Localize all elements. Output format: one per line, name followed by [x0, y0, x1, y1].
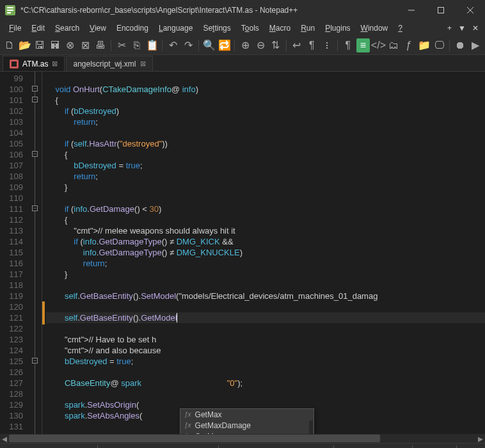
menu-run[interactable]: Run: [296, 22, 320, 34]
find-icon[interactable]: 🔍: [202, 38, 216, 52]
new-file-icon[interactable]: 🗋: [3, 38, 17, 52]
doc-map-icon[interactable]: ≡: [356, 38, 370, 52]
function-icon: ƒx: [184, 411, 191, 418]
autocomplete-popup[interactable]: ƒxGetMaxƒxGetMaxDamageƒxGetMemoryƒxGetMi…: [180, 408, 314, 434]
svg-rect-9: [12, 61, 17, 67]
close-file-icon[interactable]: ⊗: [63, 38, 77, 52]
svg-rect-3: [7, 12, 11, 13]
menu-help[interactable]: ?: [393, 22, 408, 34]
minimize-button[interactable]: [397, 0, 426, 20]
show-chars-icon[interactable]: ¶: [305, 38, 319, 52]
toolbar: 🗋 📂 🖫 🖬 ⊗ ⊠ 🖶 ✂ ⎘ 📋 ↶ ↷ 🔍 🔁 ⊕ ⊖ ⇅ ↩ ¶ ⫶ …: [0, 36, 485, 55]
cut-icon[interactable]: ✂: [115, 38, 129, 52]
titlebar: *C:\CR\catharsis-reborn\cr_base\scripts\…: [0, 0, 485, 20]
file-dirty-icon: [10, 60, 19, 68]
tab-label: angelscript_wj.xml: [73, 60, 136, 68]
autocomplete-item[interactable]: ƒxGetMaxDamage: [180, 420, 314, 431]
fold-gutter[interactable]: [28, 72, 42, 434]
tab-label: ATM.as: [22, 60, 48, 68]
replace-icon[interactable]: 🔁: [218, 38, 232, 52]
svg-rect-2: [7, 10, 13, 11]
menubar: File Edit Search View Encoding Language …: [0, 20, 485, 36]
func-list-icon[interactable]: ƒ: [402, 38, 416, 52]
menu-language[interactable]: Language: [154, 22, 198, 34]
scroll-left-icon[interactable]: ◂: [0, 434, 9, 443]
menu-edit[interactable]: Edit: [26, 22, 50, 34]
folder-panel-icon[interactable]: 📁: [417, 38, 431, 52]
open-file-icon[interactable]: 📂: [18, 38, 32, 52]
maximize-button[interactable]: [426, 0, 456, 20]
zoom-in-icon[interactable]: ⊕: [238, 38, 252, 52]
tab-close-icon[interactable]: ⊠: [140, 60, 146, 68]
menu-encoding[interactable]: Encoding: [111, 22, 154, 34]
menu-tools[interactable]: Tools: [236, 22, 264, 34]
redo-icon[interactable]: ↷: [181, 38, 195, 52]
paste-icon[interactable]: 📋: [145, 38, 159, 52]
add-icon[interactable]: +: [447, 24, 452, 33]
play-macro-icon[interactable]: ▶: [468, 38, 482, 52]
tab-atm[interactable]: ATM.as ⊠: [3, 56, 65, 71]
close-button[interactable]: [456, 0, 485, 20]
menu-file[interactable]: File: [4, 22, 26, 34]
function-icon: ƒx: [184, 433, 191, 434]
code-area[interactable]: void OnHurt(CTakeDamageInfo@ info) { if …: [46, 72, 485, 434]
save-all-icon[interactable]: 🖬: [48, 38, 62, 52]
menu-macro[interactable]: Macro: [264, 22, 296, 34]
app-icon: [5, 5, 15, 15]
monitor-icon[interactable]: 🖵: [433, 38, 447, 52]
menu-view[interactable]: View: [84, 22, 111, 34]
indent-guide-icon[interactable]: ⫶: [320, 38, 334, 52]
copy-icon[interactable]: ⎘: [130, 38, 144, 52]
svg-rect-5: [438, 8, 444, 13]
menu-window[interactable]: Window: [356, 22, 394, 34]
save-icon[interactable]: 🖫: [33, 38, 47, 52]
editor[interactable]: 9910010110210310410510610710810911011111…: [0, 72, 485, 434]
doc-list-icon[interactable]: 🗂: [386, 38, 401, 52]
undo-icon[interactable]: ↶: [166, 38, 180, 52]
autocomplete-item[interactable]: ƒxGetMemory: [180, 431, 314, 434]
function-icon: ƒx: [184, 422, 191, 429]
tab-angelscript-xml[interactable]: angelscript_wj.xml ⊠: [66, 56, 152, 71]
autocomplete-item[interactable]: ƒxGetMax: [180, 409, 314, 420]
statusbar: length : 3.878 lines : 172 Ln : 121 Col …: [0, 443, 485, 448]
scroll-thumb[interactable]: [9, 435, 380, 442]
lang-icon[interactable]: ¶: [341, 38, 355, 52]
line-number-gutter: 9910010110210310410510610710810911011111…: [0, 72, 28, 434]
print-icon[interactable]: 🖶: [94, 38, 108, 52]
sync-scroll-icon[interactable]: ⇅: [269, 38, 283, 52]
code-fold-icon[interactable]: </>: [371, 38, 385, 52]
wordwrap-icon[interactable]: ↩: [290, 38, 304, 52]
close-all-icon[interactable]: ✕: [472, 24, 479, 33]
window-title: *C:\CR\catharsis-reborn\cr_base\scripts\…: [20, 6, 397, 15]
menu-plugins[interactable]: Plugins: [320, 22, 355, 34]
tabbar: ATM.as ⊠ angelscript_wj.xml ⊠: [0, 55, 485, 72]
close-all-files-icon[interactable]: ⊠: [79, 38, 93, 52]
menu-search[interactable]: Search: [50, 22, 84, 34]
horizontal-scrollbar[interactable]: ◂ ▸: [0, 434, 485, 443]
dropdown-icon[interactable]: ▼: [458, 24, 466, 33]
menu-settings[interactable]: Settings: [198, 22, 235, 34]
record-macro-icon[interactable]: ⏺: [453, 38, 467, 52]
scroll-right-icon[interactable]: ▸: [476, 434, 485, 443]
tab-close-icon[interactable]: ⊠: [52, 60, 58, 68]
svg-rect-1: [7, 7, 13, 8]
modification-gutter: [42, 72, 46, 434]
zoom-out-icon[interactable]: ⊖: [253, 38, 267, 52]
